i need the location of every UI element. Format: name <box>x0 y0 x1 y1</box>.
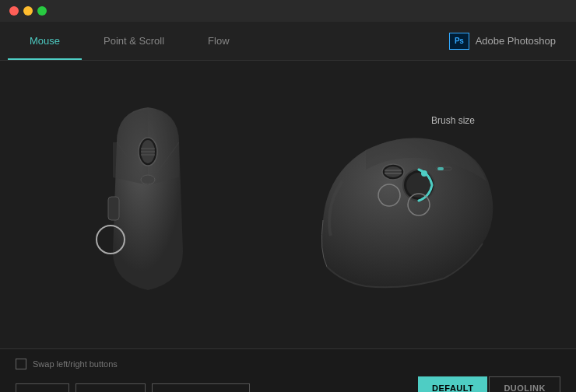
app-tab[interactable]: Ps Adobe Photoshop <box>437 22 568 60</box>
title-bar <box>0 0 576 22</box>
svg-point-16 <box>421 170 427 177</box>
maximize-button[interactable] <box>37 6 47 16</box>
svg-point-11 <box>385 166 402 177</box>
minimize-button[interactable] <box>23 6 33 16</box>
tab-mouse[interactable]: Mouse <box>8 22 82 60</box>
buttons-row: MORE RESTORE FEATURE TOUR <box>16 383 250 393</box>
photoshop-icon: Ps <box>449 33 469 50</box>
traffic-lights <box>9 6 47 16</box>
duolink-button[interactable]: DUOLINK <box>489 376 560 392</box>
svg-rect-18 <box>437 167 444 170</box>
close-button[interactable] <box>9 6 19 16</box>
mouse-side-view: Brush size <box>304 92 506 317</box>
tab-flow[interactable]: Flow <box>186 22 251 60</box>
restore-button[interactable]: RESTORE <box>76 383 146 393</box>
feature-tour-button[interactable]: FEATURE TOUR <box>152 383 249 393</box>
more-button[interactable]: MORE <box>16 383 69 393</box>
svg-point-7 <box>141 175 155 184</box>
main-content: Brush size <box>0 61 576 348</box>
brush-size-label: Brush size <box>431 115 475 126</box>
swap-buttons-checkbox[interactable] <box>16 359 26 369</box>
mode-buttons: DEFAULT DUOLINK <box>418 376 560 392</box>
bottom-controls: Swap left/right buttons MORE RESTORE FEA… <box>0 348 576 392</box>
svg-rect-5 <box>108 197 119 220</box>
checkbox-area: Swap left/right buttons <box>16 359 118 369</box>
checkbox-label: Swap left/right buttons <box>33 359 118 369</box>
mouse-front-view <box>70 92 226 317</box>
tab-point-scroll[interactable]: Point & Scroll <box>82 22 186 60</box>
default-button[interactable]: DEFAULT <box>418 376 487 392</box>
tab-bar: Mouse Point & Scroll Flow Ps Adobe Photo… <box>0 22 576 61</box>
